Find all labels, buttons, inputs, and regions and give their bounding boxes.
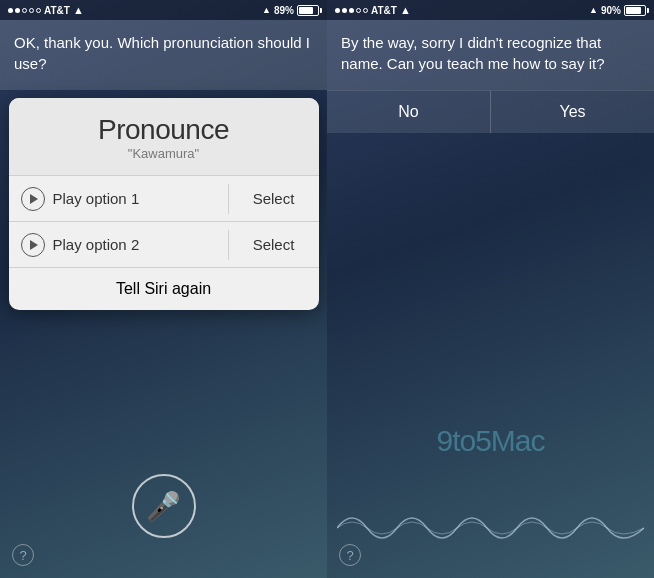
right-status-bar-left: AT&T ▲ [335, 4, 411, 16]
rdot5 [363, 8, 368, 13]
question-icon-right: ? [346, 548, 353, 563]
play-circle-1[interactable] [21, 187, 45, 211]
pronounce-card: Pronounce "Kawamura" Play option 1 Selec… [9, 98, 319, 310]
right-battery-fill [626, 7, 641, 14]
dot5 [36, 8, 41, 13]
right-status-bar-right: ▲ 90% [589, 5, 646, 16]
sound-wave [337, 498, 644, 558]
right-siri-message: By the way, sorry I didn't recognize tha… [327, 20, 654, 90]
left-status-bar-right: ▲ 89% [262, 5, 319, 16]
play-option-1-label: Play option 1 [53, 190, 140, 207]
left-status-bar-left: AT&T ▲ [8, 4, 84, 16]
rdot1 [335, 8, 340, 13]
no-label: No [398, 103, 418, 120]
microphone-icon: 🎤 [146, 490, 181, 523]
dot1 [8, 8, 13, 13]
right-carrier: AT&T [371, 5, 397, 16]
microphone-container[interactable]: 🎤 [132, 474, 196, 538]
rdot4 [356, 8, 361, 13]
yes-label: Yes [559, 103, 585, 120]
pronounce-subtitle: "Kawamura" [19, 146, 309, 171]
right-signal [335, 8, 368, 13]
dot4 [29, 8, 34, 13]
play-circle-2[interactable] [21, 233, 45, 257]
left-arrow-icon: ▲ [262, 5, 271, 15]
select-button-1[interactable]: Select [229, 176, 319, 221]
select-button-2[interactable]: Select [229, 222, 319, 267]
left-battery-icon [297, 5, 319, 16]
sound-wave-svg [337, 498, 644, 558]
right-siri-text: By the way, sorry I didn't recognize tha… [341, 34, 604, 72]
play-option-2-left: Play option 2 [9, 233, 228, 257]
microphone-button[interactable]: 🎤 [132, 474, 196, 538]
rdot2 [342, 8, 347, 13]
left-carrier: AT&T [44, 5, 70, 16]
right-status-bar: AT&T ▲ ▲ 90% [327, 0, 654, 20]
tell-siri-again-container[interactable]: Tell Siri again [9, 267, 319, 310]
pronounce-header: Pronounce "Kawamura" [9, 98, 319, 175]
play-option-1-left: Play option 1 [9, 187, 228, 211]
play-option-row-2: Play option 2 Select [9, 221, 319, 267]
play-option-row-1: Play option 1 Select [9, 175, 319, 221]
play-triangle-1 [30, 194, 38, 204]
question-icon-left: ? [19, 548, 26, 563]
help-button-left[interactable]: ? [12, 544, 34, 566]
dot3 [22, 8, 27, 13]
left-signal [8, 8, 41, 13]
right-arrow-icon: ▲ [589, 5, 598, 15]
help-button-right[interactable]: ? [339, 544, 361, 566]
left-siri-message: OK, thank you. Which pronunciation shoul… [0, 20, 327, 90]
play-triangle-2 [30, 240, 38, 250]
right-wifi-icon: ▲ [400, 4, 411, 16]
left-status-bar: AT&T ▲ ▲ 89% [0, 0, 327, 20]
left-wifi-icon: ▲ [73, 4, 84, 16]
dot2 [15, 8, 20, 13]
left-panel: AT&T ▲ ▲ 89% OK, thank you. Which pronun… [0, 0, 327, 578]
left-siri-text: OK, thank you. Which pronunciation shoul… [14, 34, 310, 72]
left-battery-pct: 89% [274, 5, 294, 16]
yes-button[interactable]: Yes [491, 91, 654, 133]
right-battery-icon [624, 5, 646, 16]
right-panel: AT&T ▲ ▲ 90% By the way, sorry I didn't … [327, 0, 654, 578]
rdot3 [349, 8, 354, 13]
play-option-2-label: Play option 2 [53, 236, 140, 253]
right-battery-pct: 90% [601, 5, 621, 16]
left-battery-fill [299, 7, 313, 14]
watermark: 9to5Mac [436, 424, 544, 458]
no-button[interactable]: No [327, 91, 491, 133]
answer-row: No Yes [327, 90, 654, 133]
pronounce-title: Pronounce [19, 114, 309, 146]
tell-siri-again-label: Tell Siri again [116, 280, 211, 297]
